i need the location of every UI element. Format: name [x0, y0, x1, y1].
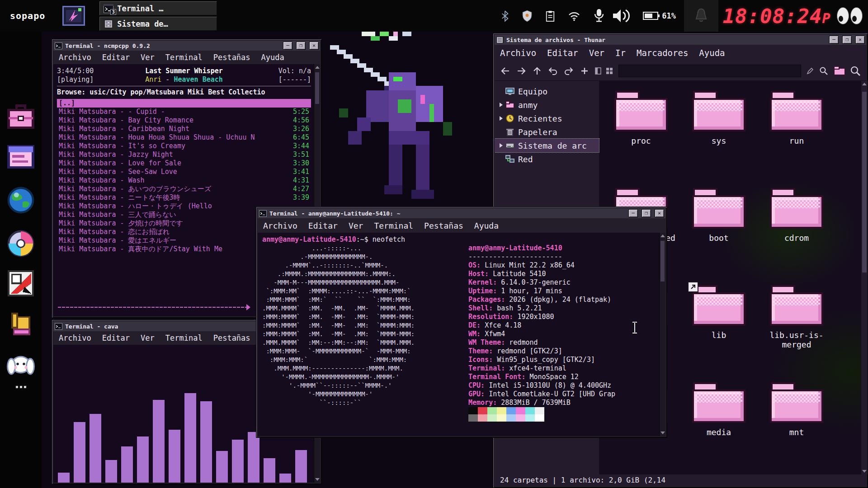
folder-item[interactable]: run — [770, 91, 823, 188]
scroll-up-icon[interactable] — [315, 66, 320, 69]
folder-item[interactable]: lib — [692, 285, 745, 382]
briefcase-icon[interactable] — [7, 103, 35, 131]
track-row[interactable]: Miki Matsubara - Jazzy Night 3:51 — [57, 150, 311, 159]
hand-glove-icon[interactable] — [7, 310, 35, 338]
sidebar-toggle-icon[interactable] — [593, 66, 603, 76]
maximize-button[interactable]: ❐ — [842, 36, 852, 44]
menu-item[interactable]: Pestañas — [208, 333, 256, 343]
folder-item[interactable]: media — [692, 382, 745, 474]
cinnamoroll-icon[interactable] — [7, 351, 35, 379]
expander-icon[interactable] — [500, 116, 503, 121]
sidebar-item-papelera[interactable]: Papelera — [495, 125, 599, 139]
scrollbar[interactable] — [861, 81, 868, 474]
folder-item[interactable]: boot — [692, 188, 745, 285]
taskbar-button-terminal[interactable]: 3 Terminal … — [99, 1, 217, 15]
scroll-down-icon[interactable] — [660, 432, 665, 434]
close-button[interactable]: ✕ — [309, 42, 319, 50]
scroll-up-icon[interactable] — [862, 83, 867, 85]
track-row[interactable]: Miki Matsubara - ニートな午後3時 3:39 — [57, 193, 311, 202]
up-button[interactable] — [530, 64, 544, 78]
folder-item[interactable]: sys — [692, 91, 745, 188]
bluetooth-icon[interactable] — [501, 10, 509, 22]
track-row[interactable]: Miki Matsubara - Love for Sale 3:30 — [57, 159, 311, 168]
track-row[interactable]: Miki Matsubara - It's so Creamy 3:44 — [57, 142, 311, 150]
edit-path-icon[interactable] — [805, 66, 815, 76]
taskbar-button-file-manager[interactable]: Sistema de… — [99, 17, 217, 31]
sidebar-item-home[interactable]: anmy — [495, 98, 599, 112]
menu-item[interactable]: Editar — [97, 333, 135, 343]
paint-tool-icon[interactable] — [7, 269, 35, 297]
battery-indicator[interactable]: 61% — [643, 11, 676, 21]
minimize-button[interactable]: ─ — [628, 209, 638, 217]
menu-item[interactable]: Ver — [135, 333, 160, 343]
scroll-up-icon[interactable] — [660, 235, 665, 237]
menu-item[interactable]: Ayuda — [256, 53, 290, 62]
menu-item[interactable]: Marcadores — [631, 48, 693, 58]
titlebar[interactable]: Sistema de archivos - Thunar ─ ❐ ✕ — [495, 35, 866, 45]
cd-disc-icon[interactable] — [7, 230, 35, 258]
scroll-thumb[interactable] — [315, 72, 319, 104]
track-row[interactable]: Miki Matsubara - Wash 4:31 — [57, 176, 311, 185]
track-row[interactable]: Miki Matsubara - - Cupid - 5:25 — [57, 108, 311, 116]
scrollbar[interactable] — [659, 233, 665, 436]
menu-item[interactable]: Terminal — [368, 221, 419, 230]
track-row[interactable]: Miki Matsubara - あいつのブラウンシューズ 4:27 — [57, 185, 311, 193]
app-launcher-icon[interactable] — [61, 4, 86, 28]
track-row[interactable]: Miki Matsubara - Caribbean Night 3:26 — [57, 125, 311, 133]
menu-item[interactable]: Pestañas — [208, 53, 256, 62]
notifications-bell-icon[interactable] — [684, 0, 718, 32]
search-icon[interactable] — [816, 64, 831, 78]
app-window-icon[interactable] — [7, 143, 35, 171]
scroll-thumb[interactable] — [660, 241, 665, 282]
folder-item[interactable]: proc — [614, 91, 668, 188]
maximize-button[interactable]: ❐ — [296, 42, 306, 50]
home-folder-button[interactable] — [832, 64, 847, 78]
lcd-clock[interactable]: 18:08:24P — [718, 5, 835, 28]
menu-item[interactable]: Editar — [97, 53, 135, 62]
globe-icon[interactable] — [7, 186, 35, 214]
clipboard-icon[interactable] — [545, 10, 555, 22]
menu-item[interactable]: Ayuda — [469, 221, 504, 230]
menu-item[interactable]: Editar — [542, 48, 584, 58]
menu-item[interactable]: Archivo — [495, 48, 542, 58]
microphone-icon[interactable] — [593, 9, 605, 23]
menu-item[interactable]: Terminal — [160, 53, 208, 62]
security-shield-icon[interactable] — [522, 10, 533, 22]
track-row[interactable]: Miki Matsubara - Houa Houa Shuua Shuua -… — [57, 133, 311, 142]
eyes-applet[interactable] — [837, 7, 863, 24]
close-button[interactable]: ✕ — [855, 36, 865, 44]
redo-button[interactable] — [561, 64, 576, 78]
titlebar[interactable]: Terminal - ncmpcpp 0.9.2 ─ ❐ ✕ — [53, 41, 320, 51]
track-row[interactable]: Miki Matsubara - Bay City Romance 4:56 — [57, 116, 311, 125]
sidebar-item-recientes[interactable]: Recientes — [495, 112, 599, 125]
volume-icon[interactable] — [612, 8, 632, 24]
parent-directory-entry[interactable]: [..] — [57, 99, 311, 108]
pager-dots[interactable] — [16, 386, 26, 388]
folder-item[interactable]: cdrom — [770, 188, 823, 285]
menu-item[interactable]: Ayuda — [693, 48, 730, 58]
titlebar[interactable]: Terminal - anmy@anmy-Latitude-5410: ~ ─ … — [258, 208, 665, 218]
menu-item[interactable]: Editar — [303, 221, 343, 230]
menu-item[interactable]: Archivo — [258, 221, 303, 230]
menu-item[interactable]: Ver — [343, 221, 369, 230]
terminal-screen[interactable]: anmy@anmy-Latitude-5410:~$ neofetch ...-… — [258, 233, 665, 436]
expander-icon[interactable] — [500, 103, 503, 107]
menu-item[interactable]: Pestañas — [419, 221, 469, 230]
back-button[interactable] — [498, 64, 513, 78]
expander-icon[interactable] — [500, 143, 503, 148]
view-grid-icon[interactable] — [604, 66, 614, 76]
close-button[interactable]: ✕ — [655, 209, 664, 217]
menu-item[interactable]: Ver — [135, 53, 160, 62]
menu-item[interactable]: Archivo — [53, 333, 97, 343]
sidebar-item-equipo[interactable]: Equipo — [495, 84, 599, 98]
menu-item[interactable]: Terminal — [160, 333, 208, 343]
maximize-button[interactable]: ❐ — [642, 209, 651, 217]
zoom-icon[interactable] — [848, 64, 863, 78]
track-row[interactable]: Miki Matsubara - See-Saw Love 3:41 — [57, 168, 311, 176]
scroll-down-icon[interactable] — [862, 470, 867, 473]
undo-button[interactable] — [546, 64, 560, 78]
new-tab-button[interactable] — [577, 64, 592, 78]
menu-item[interactable]: Ver — [584, 48, 610, 58]
minimize-button[interactable]: ─ — [829, 36, 839, 44]
sidebar-item-filesystem[interactable]: Sistema de arc — [495, 139, 599, 152]
